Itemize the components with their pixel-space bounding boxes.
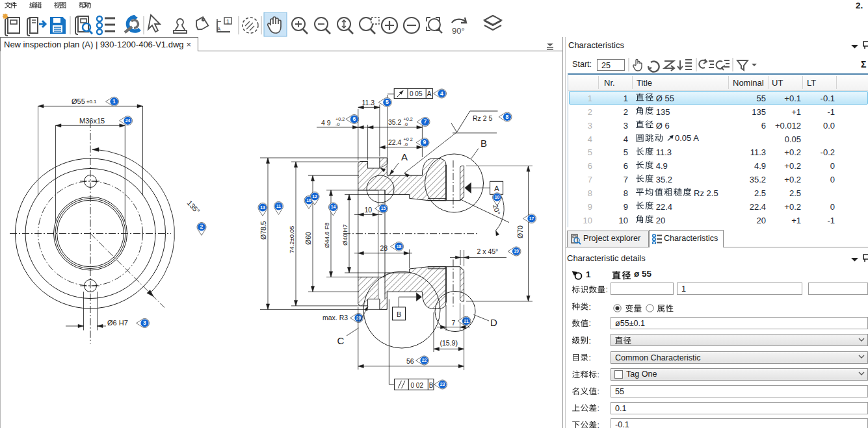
svg-text:28: 28: [380, 244, 388, 252]
svg-text:11.3: 11.3: [362, 99, 375, 107]
svg-text:-0: -0: [404, 142, 408, 147]
svg-text:11: 11: [276, 204, 281, 208]
svg-text:13: 13: [260, 205, 265, 210]
svg-text:Ø70: Ø70: [516, 225, 524, 238]
svg-text:Ø78.5: Ø78.5: [259, 221, 267, 240]
svg-text:B: B: [480, 138, 487, 149]
svg-text:Ø60: Ø60: [304, 232, 312, 245]
svg-text:Ø40 H7: Ø40 H7: [341, 224, 349, 245]
svg-text:10: 10: [495, 195, 500, 199]
svg-text:22.4: 22.4: [388, 138, 402, 146]
svg-text:1: 1: [226, 18, 230, 25]
svg-text:15: 15: [381, 206, 386, 210]
svg-text:-0: -0: [335, 121, 339, 127]
svg-text:20: 20: [356, 316, 362, 320]
svg-text:4: 4: [440, 90, 443, 97]
svg-text:-0: -0: [404, 121, 408, 127]
svg-text:D: D: [490, 317, 497, 328]
svg-text:B: B: [429, 382, 434, 389]
svg-text:M36x15: M36x15: [79, 117, 105, 125]
svg-text:35.2: 35.2: [388, 118, 402, 126]
svg-text:1: 1: [112, 98, 116, 105]
svg-text:Ø6 H7: Ø6 H7: [107, 319, 128, 327]
svg-text:9: 9: [423, 139, 427, 145]
svg-text:B: B: [397, 310, 401, 318]
svg-text:Ø44.6 F8: Ø44.6 F8: [323, 222, 330, 248]
svg-text:24: 24: [125, 118, 131, 123]
svg-text:10: 10: [365, 206, 373, 214]
svg-text:Rz 2 5: Rz 2 5: [473, 114, 493, 122]
svg-text:A: A: [401, 151, 408, 162]
svg-text:A: A: [217, 26, 221, 32]
svg-text:3: 3: [143, 320, 146, 326]
svg-text:6: 6: [352, 116, 356, 122]
svg-text:0 05: 0 05: [410, 90, 423, 97]
svg-text:0 02: 0 02: [411, 382, 424, 389]
svg-text:2 x 45°: 2 x 45°: [477, 247, 499, 255]
svg-text:23: 23: [440, 382, 445, 386]
svg-text:17: 17: [529, 216, 534, 221]
svg-text:Ø55: Ø55: [72, 97, 85, 105]
svg-text:max. R3: max. R3: [322, 314, 348, 321]
svg-text:(15.9): (15.9): [440, 339, 458, 347]
svg-text:18: 18: [397, 244, 402, 249]
svg-text:22: 22: [422, 358, 427, 362]
svg-text:8: 8: [506, 114, 509, 120]
svg-text:A: A: [427, 90, 432, 97]
svg-text:74.2±0.05: 74.2±0.05: [288, 226, 295, 253]
svg-text:14: 14: [331, 205, 336, 209]
svg-text:C: C: [337, 335, 345, 346]
svg-text:±0.1: ±0.1: [86, 99, 97, 105]
svg-text:56: 56: [406, 357, 414, 365]
svg-text:21: 21: [464, 319, 469, 323]
svg-text:12: 12: [312, 194, 317, 199]
svg-text:19: 19: [514, 249, 519, 253]
svg-text:4 9: 4 9: [321, 119, 331, 127]
svg-text:2: 2: [200, 223, 204, 230]
svg-text:20°: 20°: [492, 203, 502, 216]
svg-text:7: 7: [424, 118, 427, 125]
svg-text:135°: 135°: [186, 199, 202, 215]
svg-text:5: 5: [386, 99, 389, 105]
svg-text:7: 7: [452, 319, 456, 327]
svg-text:A: A: [494, 184, 499, 192]
svg-text:90°: 90°: [452, 26, 465, 36]
